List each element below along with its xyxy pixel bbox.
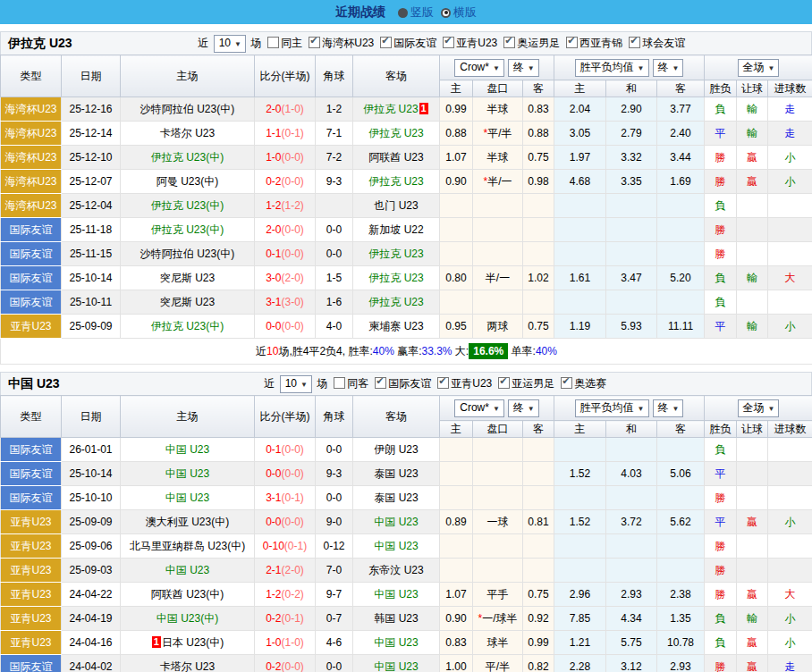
- league-filter-checkbox-2[interactable]: [443, 37, 454, 48]
- avg-draw-cell: 3.72: [606, 510, 657, 534]
- avg-odds-select[interactable]: 胜平负均值▼: [575, 59, 649, 77]
- odds-away-cell: 0.99: [523, 631, 554, 655]
- match-row: 国际友谊25-11-15沙特阿拉伯 U23(中)0-1(0-0)0-0伊拉克 U…: [1, 242, 812, 266]
- result-goals-cell: 小: [768, 631, 812, 655]
- score-cell: 1-2(1-2): [255, 194, 316, 218]
- handicap-cell: 平手: [473, 583, 523, 607]
- result-wdl-cell: 勝: [705, 655, 737, 672]
- match-count-select[interactable]: 10▼: [280, 375, 312, 393]
- home-team-cell: 突尼斯 U23: [121, 290, 255, 315]
- table-title-row: 伊拉克 U23近 10▼ 场同主海湾杯U23国际友谊亚青U23奥运男足西亚青锦球…: [0, 31, 812, 55]
- odds-home-cell: [440, 486, 473, 510]
- away-team: 新加坡 U22: [368, 223, 423, 236]
- league-cell: 亚青U23: [1, 510, 62, 534]
- result-goals-cell: [768, 438, 812, 462]
- league-filter-checkbox-5[interactable]: [629, 37, 640, 48]
- match-count-select[interactable]: 10▼: [214, 35, 246, 53]
- col-away-header: 客场: [353, 55, 440, 97]
- date-cell: 25-12-10: [62, 146, 121, 170]
- home-team-cell: 澳大利亚 U23(中): [121, 510, 255, 534]
- full-time-score: 0-1: [266, 248, 281, 260]
- full-time-score: 3-0: [266, 272, 281, 284]
- league-filter-checkbox-0[interactable]: [375, 377, 386, 389]
- summary-part-1: 10: [266, 345, 278, 357]
- avg-home-cell: 2.96: [554, 583, 606, 607]
- result-wdl-cell: 勝: [705, 242, 737, 266]
- avg-odds-select[interactable]: 胜平负均值▼: [575, 399, 649, 417]
- avg-home-cell: 3.05: [554, 122, 606, 146]
- summary-part-2: 场,胜4平2负4, 胜率:: [278, 345, 372, 357]
- top-bar: 近期战绩 竖版横版: [0, 0, 812, 24]
- away-team: 泰国 U23: [374, 467, 418, 480]
- league-filter-checkbox-2[interactable]: [498, 377, 510, 389]
- odds-stage-select[interactable]: 终▼: [508, 59, 539, 77]
- summary-part-6: 大:: [453, 345, 469, 357]
- away-team-cell: 新加坡 U22: [353, 218, 440, 242]
- full-time-score: 1-1: [266, 127, 281, 139]
- avg-stage-select[interactable]: 终▼: [653, 59, 684, 77]
- result-handicap-cell: 輸: [737, 122, 768, 146]
- view-option-radio-1[interactable]: [441, 8, 451, 18]
- match-row: 国际友谊25-10-10中国 U233-1(0-1)0-0泰国 U23勝: [1, 486, 812, 510]
- scope-select[interactable]: 全场▼: [738, 59, 780, 77]
- result-wdl-cell: 負: [705, 631, 737, 655]
- avg-away-cell: 1.35: [657, 607, 705, 631]
- avg-draw-cell: [606, 486, 657, 510]
- home-team-name: 伊拉克 U23(中): [151, 320, 224, 332]
- league-filter-checkbox-1[interactable]: [437, 377, 449, 389]
- bookmaker-select[interactable]: Crow*▼: [454, 59, 504, 77]
- date-cell: 25-12-07: [62, 170, 121, 194]
- date-cell: 25-09-03: [62, 559, 121, 583]
- avg-away-cell: [657, 559, 705, 583]
- home-team: 沙特阿拉伯 U23(中): [140, 103, 234, 115]
- home-team-cell: 中国 U23: [121, 559, 255, 583]
- handicap-cell: 一球: [473, 510, 523, 534]
- avg-away-cell: 5.06: [657, 462, 705, 486]
- away-team-cell: 泰国 U23: [353, 486, 440, 510]
- full-time-score: 0-2: [266, 660, 281, 672]
- odds-away-cell: [523, 438, 554, 462]
- same-venue-checkbox[interactable]: [334, 377, 345, 389]
- match-row: 国际友谊25-10-14中国 U230-0(0-0)9-3泰国 U231.524…: [1, 462, 812, 486]
- odds-away-cell: 0.75: [523, 315, 554, 339]
- half-time-score: (0-0): [282, 443, 304, 456]
- away-team-name: 中国 U23: [374, 660, 418, 672]
- league-filter-checkbox-3[interactable]: [561, 377, 572, 389]
- scope-select[interactable]: 全场▼: [738, 399, 780, 417]
- league-filter-checkbox-1[interactable]: [380, 37, 392, 48]
- league-filter-label-0: 国际友谊: [388, 377, 431, 390]
- avg-draw-cell: [606, 242, 657, 266]
- home-team-cell: 伊拉克 U23(中): [121, 218, 255, 242]
- league-cell: 海湾杯U23: [1, 122, 62, 146]
- league-filter-checkbox-3[interactable]: [503, 37, 515, 48]
- corner-cell: 0-0: [316, 242, 353, 266]
- home-team: 澳大利亚 U23(中): [146, 516, 229, 528]
- result-goals-cell: 走: [768, 655, 812, 672]
- home-team: 阿曼 U23(中): [156, 175, 218, 188]
- games-label: 场: [314, 377, 327, 390]
- home-team: 中国 U23(中): [156, 612, 218, 625]
- away-team: 伊拉克 U23: [368, 127, 423, 139]
- near-label: 近: [264, 377, 277, 390]
- league-filter-checkbox-4[interactable]: [566, 37, 578, 48]
- home-team: 伊拉克 U23(中): [151, 320, 224, 332]
- same-venue-checkbox[interactable]: [267, 37, 279, 48]
- bookmaker-select[interactable]: Crow*▼: [454, 399, 504, 417]
- full-time-score: 3-1: [266, 491, 281, 504]
- odds-group-header: Crow*▼终▼: [440, 396, 554, 421]
- home-team-cell: 1日本 U23(中): [121, 631, 255, 655]
- view-option-radio-0[interactable]: [398, 8, 408, 18]
- score-cell: 1-0(1-0): [255, 631, 316, 655]
- avg-stage-select[interactable]: 终▼: [653, 399, 684, 417]
- avg-home-cell: [554, 194, 606, 218]
- dropdown-arrow-icon: ▼: [638, 64, 645, 72]
- odds-stage-select[interactable]: 终▼: [508, 399, 539, 417]
- match-row: 国际友谊26-01-01中国 U230-1(0-0)0-0伊朗 U23負: [1, 438, 812, 462]
- away-team-name: 泰国 U23: [374, 491, 418, 504]
- date-cell: 26-01-01: [62, 438, 121, 462]
- league-filter-checkbox-0[interactable]: [309, 37, 320, 48]
- red-card-badge: 1: [152, 636, 161, 648]
- away-team-name: 伊朗 U23: [374, 443, 418, 456]
- score-cell: 0-1(0-0): [255, 438, 316, 462]
- home-team: 中国 U23: [165, 467, 209, 480]
